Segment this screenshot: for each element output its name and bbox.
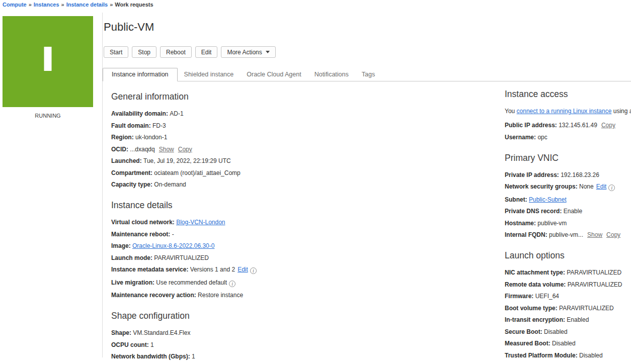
field-private-ip-address: Private IP address: 192.168.23.26	[505, 171, 631, 178]
section-instance-details: Instance detailsVirtual cloud network: B…	[111, 200, 479, 299]
section-primary-vnic: Primary VNICPrivate IP address: 192.168.…	[505, 153, 631, 239]
field-value: VM.Standard.E4.Flex	[133, 329, 190, 336]
field-label: NIC attachment type:	[505, 269, 567, 276]
edit-link[interactable]: Edit	[238, 266, 248, 273]
field-private-dns-record: Private DNS record: Enable	[505, 208, 631, 215]
section-heading: Launch options	[505, 250, 631, 261]
field-label: Internal FQDN:	[505, 231, 549, 238]
field-label: Network bandwidth (Gbps):	[111, 353, 192, 360]
section-heading: Instance details	[111, 200, 479, 211]
field-availability-domain: Availability domain: AD-1	[111, 110, 479, 117]
more-actions-button[interactable]: More Actions	[221, 46, 275, 58]
stop-button[interactable]: Stop	[132, 46, 156, 58]
field-label: Region:	[111, 134, 135, 141]
field-compartment: Compartment: ociateam (root)/ati_attaei_…	[111, 169, 479, 176]
field-value: Use recommended default	[156, 279, 227, 286]
field-value: Tue, Jul 19, 2022, 22:19:29 UTC	[143, 157, 231, 164]
field-image: Image: Oracle-Linux-8.6-2022.06.30-0	[111, 242, 479, 249]
field-value: uk-london-1	[135, 134, 167, 141]
field-live-migration: Live migration: Use recommended defaulti	[111, 279, 479, 287]
start-button[interactable]: Start	[104, 46, 128, 58]
field-ocid: OCID: ...dxaqdqShowCopy	[111, 146, 479, 153]
section-heading: Instance access	[505, 89, 631, 100]
field-label: Launch mode:	[111, 254, 154, 261]
intro-text: using a Secur	[611, 108, 631, 115]
breadcrumb-separator: »	[110, 2, 113, 8]
field-label: Trusted Platform Module:	[505, 352, 579, 359]
instance-status-icon	[3, 16, 93, 107]
field-label: Image:	[111, 242, 132, 249]
edit-link[interactable]: Edit	[596, 183, 607, 190]
section-general-information: General informationAvailability domain: …	[111, 92, 479, 188]
field-label: Compartment:	[111, 169, 154, 176]
field-value: publive-vm...	[549, 231, 583, 238]
field-value: Versions 1 and 2	[190, 266, 235, 273]
breadcrumb-separator: »	[61, 2, 64, 8]
field-label: Instance metadata service:	[111, 266, 190, 273]
field-value: -	[172, 231, 174, 238]
tab-oracle-cloud-agent[interactable]: Oracle Cloud Agent	[240, 68, 307, 81]
field-value: PARAVIRTUALIZED	[559, 305, 614, 312]
show-link[interactable]: Show	[159, 146, 174, 153]
oracle-linux-8-6-2022-06-30-0-link[interactable]: Oracle-Linux-8.6-2022.06.30-0	[132, 242, 214, 249]
field-ocpu-count: OCPU count: 1	[111, 341, 479, 348]
info-icon[interactable]: i	[608, 185, 615, 191]
copy-link[interactable]: Copy	[601, 122, 615, 129]
breadcrumb-link-instance-details[interactable]: Instance details	[66, 2, 108, 8]
field-firmware: Firmware: UEFI_64	[505, 293, 631, 300]
section-heading: Shape configuration	[111, 311, 479, 321]
breadcrumb-link-compute[interactable]: Compute	[3, 2, 27, 8]
field-label: Availability domain:	[111, 110, 170, 117]
right-column: Instance accessYou connect to a running …	[505, 79, 631, 363]
field-label: Maintenance reboot:	[111, 231, 172, 238]
connect-to-instance-link[interactable]: connect to a running Linux instance	[517, 108, 612, 115]
field-label: Maintenance recovery action:	[111, 292, 198, 299]
field-label: Username:	[505, 134, 537, 141]
tab-tags[interactable]: Tags	[355, 68, 381, 81]
field-fault-domain: Fault domain: FD-3	[111, 122, 479, 129]
field-nic-attachment-type: NIC attachment type: PARAVIRTUALIZED	[505, 269, 631, 276]
field-label: Hostname:	[505, 220, 537, 227]
tab-instance-information[interactable]: Instance information	[103, 68, 178, 81]
main-panel: Public-VM StartStopRebootEditMore Action…	[103, 13, 631, 364]
edit-button[interactable]: Edit	[195, 46, 218, 58]
field-label: Launched:	[111, 157, 143, 164]
field-value: 1	[150, 341, 154, 348]
field-launched: Launched: Tue, Jul 19, 2022, 22:19:29 UT…	[111, 157, 479, 164]
field-label: Live migration:	[111, 279, 156, 286]
field-label: Measured Boot:	[505, 340, 552, 347]
field-measured-boot: Measured Boot: Disabled	[505, 340, 631, 347]
action-buttons: StartStopRebootEditMore Actions	[104, 46, 631, 58]
reboot-button[interactable]: Reboot	[160, 46, 192, 58]
status-label: RUNNING	[3, 113, 93, 119]
field-label: Private IP address:	[505, 171, 561, 178]
public-subnet-link[interactable]: Public-Subnet	[529, 196, 567, 203]
tab-shielded-instance[interactable]: Shielded instance	[178, 68, 241, 81]
blog-vcn-london-link[interactable]: Blog-VCN-London	[176, 219, 225, 226]
copy-link[interactable]: Copy	[178, 146, 192, 153]
breadcrumb-link-instances[interactable]: Instances	[34, 2, 59, 8]
tab-notifications[interactable]: Notifications	[308, 68, 355, 81]
field-label: Virtual cloud network:	[111, 219, 176, 226]
show-link[interactable]: Show	[587, 231, 602, 238]
field-virtual-cloud-network: Virtual cloud network: Blog-VCN-London	[111, 219, 479, 226]
field-launch-mode: Launch mode: PARAVIRTUALIZED	[111, 254, 479, 261]
field-maintenance-reboot: Maintenance reboot: -	[111, 231, 479, 238]
field-subnet: Subnet: Public-Subnet	[505, 196, 631, 203]
field-value: 192.168.23.26	[561, 171, 599, 178]
field-value: None	[579, 183, 594, 190]
intro-text: You	[505, 108, 517, 115]
field-label: Capacity type:	[111, 181, 154, 188]
field-value: ociateam (root)/ati_attaei_Comp	[154, 169, 240, 176]
info-icon[interactable]: i	[229, 281, 235, 287]
field-value: 1	[192, 353, 195, 360]
field-value: PARAVIRTUALIZED	[568, 281, 622, 288]
field-value: PARAVIRTUALIZED	[567, 269, 621, 276]
copy-link[interactable]: Copy	[606, 231, 620, 238]
field-label: Fault domain:	[111, 122, 152, 129]
field-value: opc	[537, 134, 547, 141]
field-value: On-demand	[154, 181, 186, 188]
info-icon[interactable]: i	[250, 267, 257, 274]
field-label: Secure Boot:	[505, 328, 544, 335]
instance-access-intro: You connect to a running Linux instance …	[505, 108, 631, 115]
